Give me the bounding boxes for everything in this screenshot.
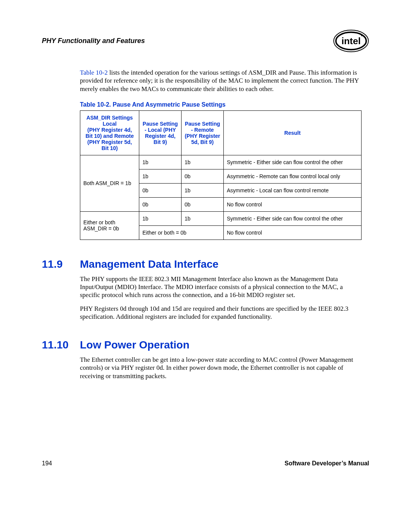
table-row: Both ASM_DIR = 1b 1b 1b Symmetric - Eith… [80,155,362,169]
section-119-p2: PHY Registers 0d through 10d and 15d are… [80,305,362,321]
table-caption: Table 10-2. Pause And Asymmetric Pause S… [80,101,362,108]
table-header-row: ASM_DIR Settings Local (PHY Register 4d,… [80,110,362,155]
cell-result: Asymmetric - Remote can flow control loc… [223,169,361,183]
svg-text:intel: intel [341,36,361,46]
table-ref-link[interactable]: Table 10-2 [80,69,108,76]
cell-remote: 1b [182,155,224,169]
pause-settings-table: ASM_DIR Settings Local (PHY Register 4d,… [80,110,362,240]
cell-result: Asymmetric - Local can flow control remo… [223,183,361,197]
cell-remote: 0b [182,169,224,183]
cell-result: No flow control [223,225,361,240]
cell-result: Symmetric - Either side can flow control… [223,155,361,169]
table-row: Either or both ASM_DIR = 0b 1b 1b Symmet… [80,211,362,225]
svg-point-3 [361,35,363,36]
intro-paragraph: Table 10-2 lists the intended operation … [80,69,362,93]
cell-local: 1b [139,155,182,169]
cell-merged-either: Either or both = 0b [139,225,224,240]
cell-local: 1b [139,169,182,183]
section-number: 11.10 [42,339,80,351]
section-number: 11.9 [42,258,80,270]
page-number: 194 [42,460,52,467]
cell-local: 1b [139,211,182,225]
page-header: PHY Functionality and Features intel [42,29,369,53]
cell-remote: 1b [182,183,224,197]
intro-text: lists the intended operation for the var… [80,69,359,93]
intel-logo: intel [333,29,369,53]
th-asm-dir: ASM_DIR Settings Local (PHY Register 4d,… [80,110,139,155]
group2-label: Either or both ASM_DIR = 0b [80,211,139,240]
cell-result: Symmetric - Either side can flow control… [223,211,361,225]
manual-title: Software Developer’s Manual [285,460,369,467]
section-title: Management Data Interface [80,258,218,270]
th-result: Result [223,110,361,155]
section-title: Low Power Operation [80,339,190,351]
cell-local: 0b [139,183,182,197]
cell-local: 0b [139,197,182,211]
th-remote-pause: Pause Setting - Remote (PHY Register 5d,… [182,110,224,155]
cell-result: No flow control [223,197,361,211]
th-local-pause: Pause Setting - Local (PHY Register 4d, … [139,110,182,155]
page-footer: 194 Software Developer’s Manual [42,460,369,467]
section-119-p1: The PHY supports the IEEE 802.3 MII Mana… [80,275,362,299]
chapter-title: PHY Functionality and Features [42,37,145,45]
group1-label: Both ASM_DIR = 1b [80,155,139,211]
cell-remote: 1b [182,211,224,225]
cell-remote: 0b [182,197,224,211]
section-heading-119: 11.9 Management Data Interface [42,258,369,270]
section-heading-1110: 11.10 Low Power Operation [42,339,369,351]
section-1110-p1: The Ethernet controller can be get into … [80,356,362,380]
